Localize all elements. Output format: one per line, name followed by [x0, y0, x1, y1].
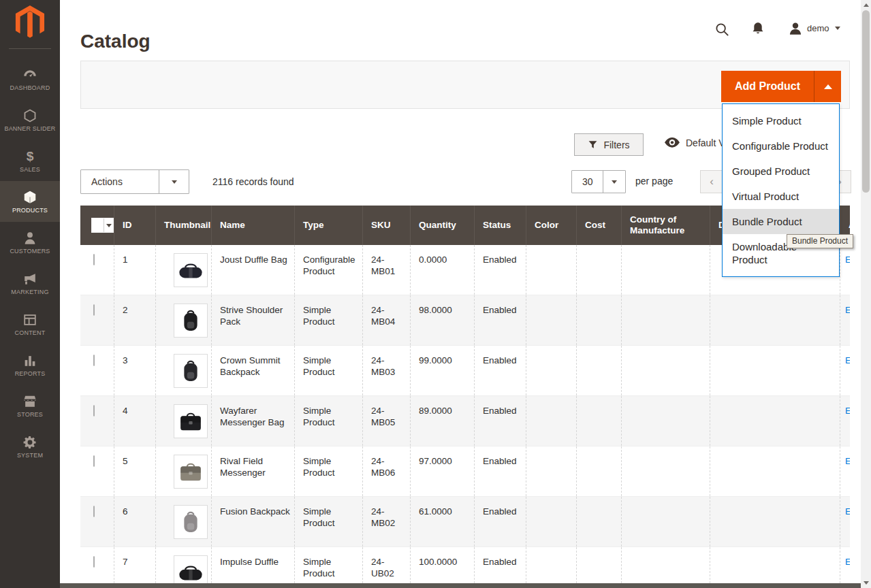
add-product-toggle[interactable] [814, 71, 841, 102]
scroll-down-icon[interactable] [861, 578, 871, 588]
sidebar-item-label: BANNER SLIDER [4, 125, 55, 132]
sidebar-item-label: SYSTEM [17, 452, 43, 459]
add-product-split-button[interactable]: Add Product [721, 71, 841, 102]
cell-name: Joust Duffle Bag [211, 245, 294, 295]
table-row: 5Rival Field MessengerSimple Product24-M… [80, 446, 850, 497]
column-header-country-of-manufacture: Country of Manufacture [621, 206, 710, 245]
cell-id: 2 [114, 295, 155, 345]
cell-checkbox [80, 245, 114, 295]
per-page-caret[interactable] [603, 171, 625, 193]
cell-din [710, 346, 840, 395]
notifications-bell-icon[interactable] [750, 21, 765, 36]
sidebar-item-system[interactable]: SYSTEM [0, 426, 60, 467]
sidebar-nav: DASHBOARDBANNER SLIDER$SALESPRODUCTSCUST… [0, 59, 60, 467]
cell-action: Edit [840, 295, 850, 345]
cell-sku: 24-MB05 [362, 396, 410, 446]
menu-item-grouped-product[interactable]: Grouped Product [723, 159, 839, 184]
search-icon[interactable] [714, 22, 729, 37]
menu-item-virtual-product[interactable]: Virtual Product [723, 184, 839, 209]
caret-up-icon [824, 84, 832, 89]
cell-cost [576, 295, 621, 345]
cell-action: Edit [840, 396, 850, 446]
column-header-cost: Cost [576, 206, 621, 245]
add-product-button[interactable]: Add Product [721, 71, 814, 102]
select-all-checkbox-dropdown[interactable] [91, 218, 114, 233]
select-all-caret[interactable] [104, 218, 113, 232]
sidebar-item-label: SALES [20, 166, 40, 173]
cell-country [621, 396, 710, 446]
product-thumbnail [174, 304, 208, 338]
horizontal-scrollbar[interactable] [60, 583, 861, 588]
magento-admin-catalog-page: DASHBOARDBANNER SLIDER$SALESPRODUCTSCUST… [0, 0, 871, 588]
menu-item-configurable-product[interactable]: Configurable Product [723, 133, 839, 159]
edit-link[interactable]: Edit [845, 406, 850, 416]
column-header-name: Name [211, 206, 294, 245]
per-page-select[interactable]: 30 [571, 170, 626, 193]
sidebar-item-sales[interactable]: $SALES [0, 140, 60, 181]
eye-icon [665, 137, 680, 148]
cell-status: Enabled [474, 245, 526, 295]
product-thumbnail [174, 354, 208, 388]
cell-status: Enabled [474, 547, 526, 583]
sidebar-item-dashboard[interactable]: DASHBOARD [0, 59, 60, 99]
cell-color [526, 497, 576, 546]
row-checkbox[interactable] [93, 455, 95, 467]
sidebar-item-products[interactable]: PRODUCTS [0, 181, 60, 222]
filter-funnel-icon [588, 140, 598, 150]
cell-id: 7 [114, 547, 155, 583]
column-header-select-all[interactable] [80, 206, 114, 245]
edit-link[interactable]: Edit [845, 255, 850, 265]
menu-item-bundle-product[interactable]: Bundle Product [723, 209, 839, 234]
cell-sku: 24-MB02 [362, 497, 410, 546]
menu-item-simple-product[interactable]: Simple Product [723, 108, 839, 133]
cell-name: Wayfarer Messenger Bag [211, 396, 294, 446]
sidebar-item-banner-slider[interactable]: BANNER SLIDER [0, 99, 60, 140]
cell-thumbnail [155, 547, 211, 583]
username-menu[interactable]: demo [807, 23, 829, 33]
edit-link[interactable]: Edit [845, 557, 850, 567]
edit-link[interactable]: Edit [845, 305, 850, 315]
edit-link[interactable]: Edit [845, 506, 850, 517]
sidebar-item-stores[interactable]: STORES [0, 385, 60, 426]
sidebar-item-customers[interactable]: CUSTOMERS [0, 222, 60, 263]
cell-country [621, 497, 710, 546]
filters-button[interactable]: Filters [574, 133, 644, 156]
cell-status: Enabled [474, 346, 526, 395]
user-menu-caret-icon[interactable] [835, 27, 840, 30]
vertical-scrollbar-thumb[interactable] [862, 10, 870, 193]
sales-icon: $ [22, 149, 37, 164]
actions-select-caret[interactable] [159, 170, 189, 193]
row-checkbox[interactable] [93, 556, 95, 568]
cell-quantity: 99.0000 [410, 346, 474, 395]
sidebar-item-marketing[interactable]: MARKETING [0, 263, 60, 304]
cell-action: Edit [840, 346, 850, 395]
edit-link[interactable]: Edit [845, 355, 850, 365]
cell-type: Simple Product [294, 346, 362, 395]
user-avatar-icon[interactable] [788, 21, 803, 36]
row-checkbox[interactable] [93, 254, 95, 265]
sidebar-item-reports[interactable]: REPORTS [0, 344, 60, 385]
sidebar-item-content[interactable]: CONTENT [0, 304, 60, 344]
product-thumbnail [174, 253, 208, 287]
cell-din [710, 396, 840, 446]
cell-sku: 24-MB06 [362, 446, 410, 496]
cell-id: 3 [114, 346, 155, 395]
add-product-dropdown-menu: Simple ProductConfigurable ProductGroupe… [722, 103, 840, 277]
row-checkbox[interactable] [93, 355, 95, 366]
scroll-up-icon[interactable] [861, 0, 871, 10]
cell-sku: 24-MB04 [362, 295, 410, 345]
cell-country [621, 446, 710, 496]
actions-select[interactable]: Actions [80, 169, 189, 194]
vertical-scrollbar[interactable] [861, 0, 871, 588]
row-checkbox[interactable] [93, 304, 95, 316]
svg-text:$: $ [27, 149, 34, 163]
product-thumbnail [174, 455, 208, 489]
previous-page-button[interactable]: ‹ [700, 170, 723, 193]
cell-name: Impulse Duffle [211, 547, 294, 583]
cell-thumbnail [155, 245, 211, 295]
cell-status: Enabled [474, 497, 526, 546]
magento-logo-icon[interactable] [14, 5, 46, 40]
row-checkbox[interactable] [93, 405, 95, 416]
edit-link[interactable]: Edit [845, 456, 850, 466]
row-checkbox[interactable] [93, 506, 95, 517]
